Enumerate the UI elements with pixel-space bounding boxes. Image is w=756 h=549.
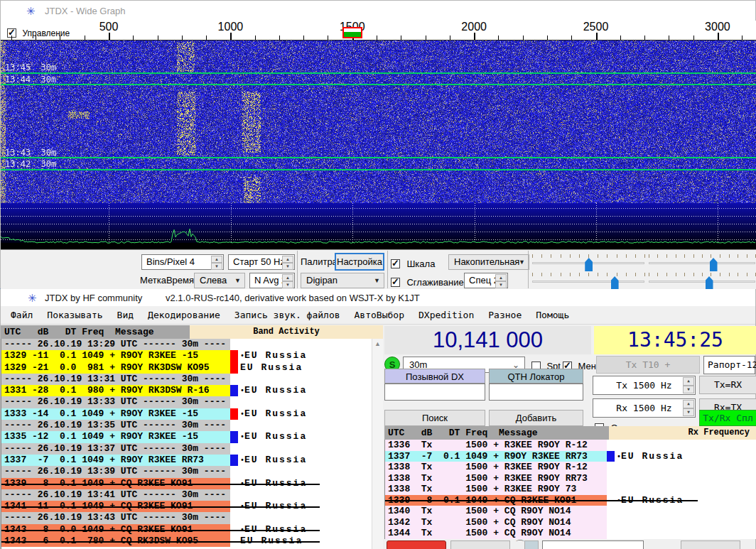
rx-freq-spinbox[interactable]: Rx 1500 Hz▲▼: [593, 398, 696, 418]
report-field[interactable]: Рапорт-12: [703, 356, 755, 374]
accumulation-dropdown[interactable]: Накопительная▼: [448, 254, 529, 270]
blue-marker: [230, 385, 238, 396]
bottom-right-button[interactable]: [681, 540, 740, 549]
gain-slider-0[interactable]: [532, 253, 644, 271]
decode-row[interactable]: 1337 -7 0.1 1049 + R9OY R3KEE RR73•EU Ru…: [1, 455, 372, 466]
decode-row[interactable]: 1337 -7 0.1 1049 + R9OY R3KEE RR73•EU Ru…: [385, 451, 756, 462]
tx-t10-button[interactable]: Tx T10 +: [596, 356, 700, 374]
decode-row[interactable]: 1343 6 0.1 780 + CQ RK3DSW KO95EU Russia: [1, 536, 372, 547]
main-titlebar[interactable]: ✳ JTDX by HF community v2.1.0-RUS-rc140,…: [1, 289, 755, 306]
gain-slider-3[interactable]: [649, 271, 755, 290]
spectrum-display[interactable]: [1, 203, 756, 249]
n-avg-spinbox[interactable]: N Avg 2▲▼: [249, 273, 295, 288]
period-separator-row[interactable]: ----- 26.10.19 13:39 UTC ------ 30m ----: [1, 466, 372, 477]
txrx-split-button[interactable]: Tx/Rx Спл: [699, 410, 756, 426]
menu-item-3[interactable]: Декодирование: [141, 310, 227, 320]
decode-row[interactable]: 1341 11 0.1 1049 + CQ R3KEE KO91•EU Russ…: [1, 501, 372, 512]
qth-locator-header: QTH Локатор: [489, 369, 583, 384]
start-hz-spin-arrows[interactable]: ▲▼: [282, 256, 293, 268]
bins-pixel-spinbox[interactable]: Bins/Pixel 4▲▼: [141, 254, 224, 270]
halt-tx-button[interactable]: [387, 540, 446, 549]
app-icon: ✳: [28, 292, 37, 305]
menu-item-1[interactable]: Показывать: [40, 310, 109, 320]
menu-item-4[interactable]: Запись звук. файлов: [227, 310, 347, 320]
period-separator-row[interactable]: ----- 26.10.19 13:29 UTC ------ 30m ----: [1, 339, 372, 350]
decode-message: 1329 -11 0.1 1049 + R9OY R3KEE -15: [1, 350, 230, 362]
decode-message: ----- 26.10.19 13:37 UTC ------ 30m ----: [1, 443, 230, 455]
bottom-text-input[interactable]: [542, 540, 644, 549]
small-toggle-button[interactable]: [524, 540, 539, 549]
menu-item-6[interactable]: DXpedition: [411, 310, 481, 320]
decode-row[interactable]: 1344 Tx 1500 + CQ R9OY NO14: [385, 528, 756, 539]
tx-freq-spin-arrows[interactable]: ▲▼: [683, 377, 694, 393]
band-activity-scrollbar[interactable]: ▲: [372, 339, 383, 549]
decode-row[interactable]: 1338 Tx 1500 + R3KEE R9OY RR73: [385, 473, 756, 484]
decode-row[interactable]: 1329 -11 0.1 1049 + R9OY R3KEE -15•EU Ru…: [1, 350, 372, 362]
dx-call-input[interactable]: [384, 384, 485, 401]
n-avg-spin-arrows[interactable]: ▲▼: [282, 274, 293, 287]
smoothing-checkbox-box[interactable]: [391, 278, 400, 287]
timestamp-label: МеткаВремя: [140, 273, 194, 288]
monitor-button[interactable]: [450, 540, 510, 549]
decode-row[interactable]: 1343 8 0.0 1049 + CQ R3KEE KO91•EU Russi…: [1, 524, 372, 536]
period-separator-row[interactable]: ----- 26.10.19 13:33 UTC ------ 30m ----: [1, 396, 372, 408]
wide-graph-titlebar[interactable]: ✳ JTDX - Wide Graph: [1, 1, 755, 21]
geo-label: •EU Russia: [238, 478, 307, 489]
frequency-scale[interactable]: Управление 50010001500200025003000: [1, 21, 756, 40]
scale-checkbox-box[interactable]: [391, 259, 400, 268]
rx-frequency-table[interactable]: 1336 Tx 1500 + R3KEE R9OY R-121337 -7 0.…: [384, 440, 756, 539]
geo-label: •EU Russia: [238, 431, 307, 442]
menu-item-2[interactable]: Вид: [110, 310, 141, 320]
decode-row[interactable]: 1333 -14 0.1 1049 + R9OY R3KEE -15•EU Ru…: [1, 408, 372, 420]
spec-percent-spinbox[interactable]: Спец 20 %▲▼: [464, 273, 508, 288]
timestamp-dropdown[interactable]: Слева▼: [194, 273, 245, 288]
decode-row[interactable]: 1342 Tx 1500 + CQ R9OY NO14: [385, 517, 756, 528]
spec-spin-arrows[interactable]: ▲▼: [495, 274, 507, 287]
smoothing-checkbox[interactable]: Сглаживание: [391, 276, 464, 288]
search-button[interactable]: Поиск: [384, 410, 485, 426]
decode-row[interactable]: 1339 8 0.1 1049 + CQ R3KEE KO91•EU Russi…: [1, 478, 372, 489]
bins-pixel-spin-arrows[interactable]: ▲▼: [211, 256, 222, 268]
gain-slider-2[interactable]: [532, 271, 644, 290]
palette-settings-button[interactable]: Настройка: [335, 253, 384, 271]
decode-row[interactable]: 1339 8 0.1 1049 + CQ R3KEE KO91•EU Russi…: [385, 495, 756, 506]
marker-spacer: [230, 501, 238, 512]
decode-message: ----- 26.10.19 13:29 UTC ------ 30m ----: [1, 339, 230, 350]
scale-label-1000: 1000: [218, 21, 244, 33]
menu-item-0[interactable]: Файл: [4, 310, 40, 320]
start-hz-spinbox[interactable]: Старт 50 Hz▲▼: [228, 254, 295, 270]
period-separator-row[interactable]: ----- 26.10.19 13:31 UTC ------ 30m ----: [1, 374, 372, 385]
add-button[interactable]: Добавить: [489, 410, 583, 426]
decode-row[interactable]: 1336 Tx 1500 + R3KEE R9OY R-12: [385, 440, 756, 451]
menu-item-8[interactable]: Помощь: [529, 310, 576, 320]
band-activity-table[interactable]: ----- 26.10.19 13:29 UTC ------ 30m ----…: [1, 339, 372, 549]
decode-row[interactable]: 1329 -21 0.0 981 + R9OY RK3DSW KO95EU Ru…: [1, 362, 372, 374]
gain-slider-1[interactable]: [649, 253, 755, 271]
tx-eq-rx-button[interactable]: Tx=RX: [699, 376, 756, 394]
app-icon: ✳: [26, 5, 36, 18]
decode-row[interactable]: 1338 Tx 1500 + R3KEE R9OY R-12: [385, 462, 756, 473]
txrx-frequency-marker[interactable]: [342, 27, 362, 38]
period-separator-row[interactable]: ----- 26.10.19 13:41 UTC ------ 30m ----: [1, 489, 372, 501]
decode-row[interactable]: 1335 -12 0.1 1049 + R9OY R3KEE -15•EU Ru…: [1, 431, 372, 442]
menu-item-5[interactable]: АвтоВыбор: [347, 310, 411, 320]
waterfall-display[interactable]: [1, 40, 756, 203]
menu-item-7[interactable]: Разное: [481, 310, 529, 320]
period-separator-row[interactable]: ----- 26.10.19 13:37 UTC ------ 30m ----: [1, 443, 372, 455]
scrollbar-up-icon[interactable]: ▲: [372, 339, 383, 349]
decode-row[interactable]: 1338 Tx 1500 + R3KEE R9OY 73: [385, 484, 756, 495]
decode-row[interactable]: 1340 Tx 1500 + CQ R9OY NO14: [385, 506, 756, 517]
scale-checkbox[interactable]: Шкала: [391, 257, 435, 270]
rx-freq-spin-arrows[interactable]: ▲▼: [683, 400, 694, 416]
geo-label: •EU Russia: [238, 408, 307, 419]
marker-spacer: [230, 536, 238, 547]
qth-locator-input[interactable]: [489, 384, 583, 401]
decode-row[interactable]: 1331 -28 0.1 980 + R9OY RK3DSW R-16•EU R…: [1, 385, 372, 396]
geo-label: •EU Russia: [238, 350, 307, 361]
period-separator-row[interactable]: ----- 26.10.19 13:35 UTC ------ 30m ----: [1, 420, 372, 431]
period-separator-row[interactable]: ----- 26.10.19 13:43 UTC ------ 30m ----: [1, 512, 372, 523]
tx-freq-spinbox[interactable]: Tx 1500 Hz▲▼: [593, 376, 696, 395]
scale-checkbox-label: Шкала: [406, 259, 435, 269]
palette-dropdown[interactable]: Digipan▼: [301, 273, 384, 288]
decode-message: 1337 -7 0.1 1049 + R9OY R3KEE RR73: [385, 451, 607, 462]
